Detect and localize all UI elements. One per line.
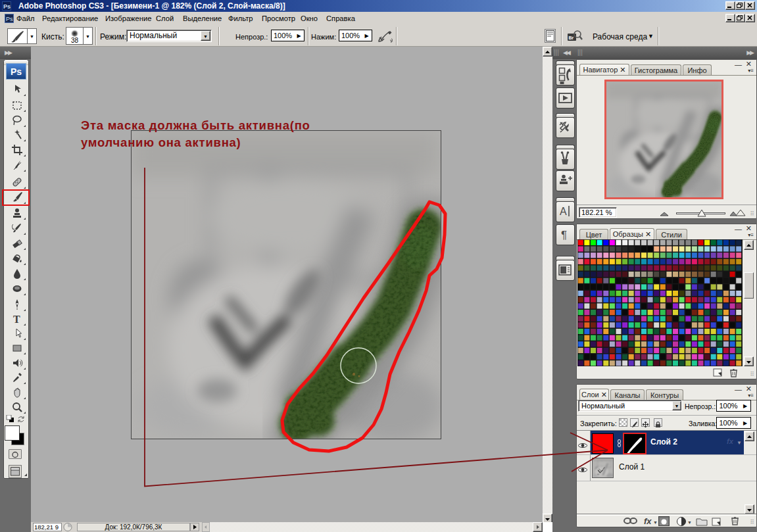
- svg-text:¶: ¶: [561, 229, 567, 241]
- svg-text:T: T: [13, 314, 20, 325]
- svg-text:Br: Br: [569, 36, 574, 40]
- svg-text:Ps: Ps: [3, 3, 11, 10]
- svg-text:Ps: Ps: [6, 16, 13, 22]
- svg-text:A: A: [560, 206, 567, 217]
